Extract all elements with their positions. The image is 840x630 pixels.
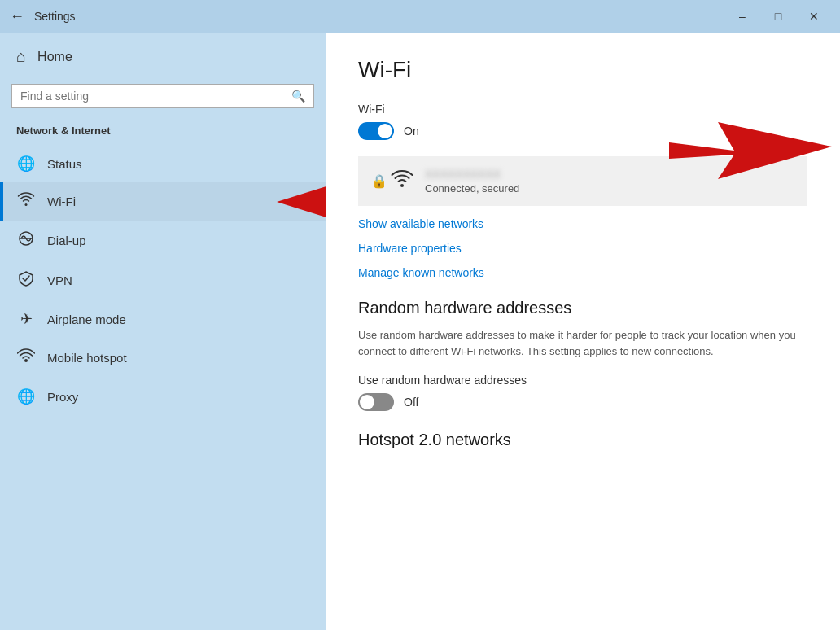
sidebar-item-status[interactable]: 🌐 Status <box>0 145 326 182</box>
network-card[interactable]: 🔒 XXXXXXXXXX Connected, secured <box>358 156 807 206</box>
titlebar-title: Settings <box>34 10 76 23</box>
airplane-icon: ✈ <box>16 310 36 328</box>
sidebar-item-home[interactable]: ⌂ Home <box>0 33 326 81</box>
wifi-toggle-row: On <box>358 122 807 140</box>
sidebar-item-proxy[interactable]: 🌐 Proxy <box>0 378 326 415</box>
home-label: Home <box>37 50 72 64</box>
network-icons: 🔒 <box>371 169 413 194</box>
random-hw-toggle-switch[interactable] <box>358 393 394 411</box>
sidebar-item-label: Wi-Fi <box>47 195 76 208</box>
svg-marker-0 <box>277 182 326 222</box>
sidebar-item-label: Mobile hotspot <box>47 351 127 365</box>
lock-icon: 🔒 <box>371 173 387 189</box>
random-hw-heading: Random hardware addresses <box>358 299 807 317</box>
sidebar-item-label: Status <box>47 157 82 171</box>
sidebar-item-wifi[interactable]: Wi-Fi <box>0 182 326 221</box>
back-button[interactable]: ← <box>10 8 24 25</box>
sidebar-item-vpn[interactable]: VPN <box>0 260 326 300</box>
random-hw-toggle-row: Off <box>358 393 807 411</box>
search-box[interactable]: 🔍 <box>11 84 314 108</box>
sidebar-item-label: Airplane mode <box>47 313 126 326</box>
sidebar-item-dialup[interactable]: Dial-up <box>0 221 326 260</box>
random-hw-off-label: Off <box>404 396 418 409</box>
vpn-icon <box>16 270 36 291</box>
titlebar: ← Settings – □ ✕ <box>0 0 840 33</box>
content-wrapper: Wi-Fi Wi-Fi On 🔒 <box>326 33 840 630</box>
hotspot-icon <box>16 348 36 368</box>
network-name: XXXXXXXXXX <box>425 168 794 181</box>
home-icon: ⌂ <box>16 47 26 66</box>
wifi-signal-icon <box>391 169 413 194</box>
wifi-toggle-switch[interactable] <box>358 122 394 140</box>
section-label: Network & Internet <box>0 120 326 145</box>
search-input[interactable] <box>20 90 285 103</box>
hardware-props-link[interactable]: Hardware properties <box>358 242 807 255</box>
sidebar-item-label: Proxy <box>47 390 78 404</box>
search-icon: 🔍 <box>291 90 305 103</box>
sidebar-item-label: VPN <box>47 273 72 287</box>
network-info: XXXXXXXXXX Connected, secured <box>425 168 794 195</box>
page-title: Wi-Fi <box>358 57 807 83</box>
hotspot-heading: Hotspot 2.0 networks <box>358 431 807 449</box>
proxy-icon: 🌐 <box>16 387 36 405</box>
dialup-icon <box>16 230 36 251</box>
content-area: Wi-Fi Wi-Fi On 🔒 <box>326 33 840 483</box>
wifi-icon <box>16 192 36 211</box>
sidebar-item-hotspot[interactable]: Mobile hotspot <box>0 338 326 378</box>
main-container: ⌂ Home 🔍 Network & Internet 🌐 Status <box>0 33 840 630</box>
random-hw-description: Use random hardware addresses to make it… <box>358 327 807 359</box>
show-networks-link[interactable]: Show available networks <box>358 217 807 230</box>
status-icon: 🌐 <box>16 155 36 173</box>
wifi-toggle-section: Wi-Fi On <box>358 103 807 140</box>
wifi-toggle-label: Wi-Fi <box>358 103 807 116</box>
sidebar-item-airplane[interactable]: ✈ Airplane mode <box>0 300 326 338</box>
svg-point-3 <box>24 359 28 362</box>
sidebar: ⌂ Home 🔍 Network & Internet 🌐 Status <box>0 33 326 630</box>
wifi-on-label: On <box>404 125 419 138</box>
network-status: Connected, secured <box>425 182 794 195</box>
close-button[interactable]: ✕ <box>798 0 830 33</box>
manage-networks-link[interactable]: Manage known networks <box>358 266 807 279</box>
maximize-button[interactable]: □ <box>762 0 794 33</box>
sidebar-item-label: Dial-up <box>47 234 86 247</box>
minimize-button[interactable]: – <box>726 0 759 33</box>
window-controls: – □ ✕ <box>726 0 830 33</box>
random-hw-toggle-label: Use random hardware addresses <box>358 374 807 387</box>
